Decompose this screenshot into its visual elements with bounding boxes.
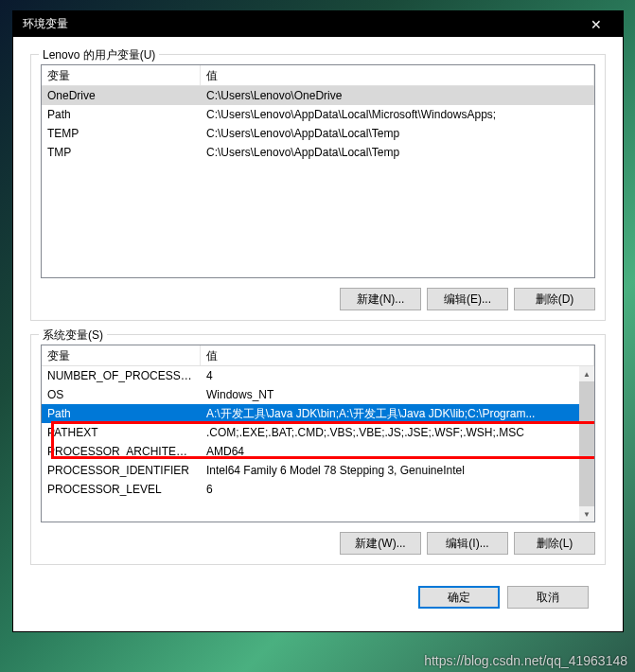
watermark: https://blog.csdn.net/qq_41963148: [424, 653, 627, 668]
var-value-cell: AMD64: [201, 443, 594, 460]
table-row[interactable]: PATHEXT.COM;.EXE;.BAT;.CMD;.VBS;.VBE;.JS…: [42, 423, 594, 442]
scroll-up-icon[interactable]: ▲: [579, 366, 594, 381]
var-value-cell: C:\Users\Lenovo\AppData\Local\Microsoft\…: [201, 106, 594, 123]
table-row[interactable]: TMPC:\Users\Lenovo\AppData\Local\Temp: [42, 143, 594, 162]
user-edit-button[interactable]: 编辑(E)...: [427, 288, 508, 310]
user-vars-legend: Lenovo 的用户变量(U): [39, 47, 159, 63]
var-value-cell: 6: [201, 481, 594, 498]
var-name-cell: TEMP: [42, 125, 201, 142]
dialog-footer: 确定 取消: [30, 578, 606, 622]
var-name-cell: PROCESSOR_IDENTIFIER: [42, 462, 201, 479]
close-icon[interactable]: ✕: [577, 12, 615, 37]
var-value-cell: Intel64 Family 6 Model 78 Stepping 3, Ge…: [201, 462, 594, 479]
var-value-cell: A:\开发工具\Java JDK\bin;A:\开发工具\Java JDK\li…: [201, 404, 594, 424]
var-name-cell: Path: [42, 405, 201, 422]
table-row[interactable]: OneDriveC:\Users\Lenovo\OneDrive: [42, 86, 594, 105]
col-variable[interactable]: 变量: [42, 65, 201, 85]
table-row[interactable]: TEMPC:\Users\Lenovo\AppData\Local\Temp: [42, 124, 594, 143]
var-name-cell: OneDrive: [42, 87, 201, 104]
sys-edit-button[interactable]: 编辑(I)...: [427, 532, 508, 555]
user-new-button[interactable]: 新建(N)...: [340, 288, 421, 310]
var-value-cell: C:\Users\Lenovo\AppData\Local\Temp: [201, 144, 594, 161]
sys-delete-button[interactable]: 删除(L): [514, 532, 595, 555]
table-row[interactable]: PROCESSOR_LEVEL6: [42, 480, 594, 499]
list-header: 变量 值: [42, 345, 594, 366]
table-row[interactable]: PROCESSOR_IDENTIFIERIntel64 Family 6 Mod…: [42, 461, 594, 480]
window-title: 环境变量: [23, 16, 577, 32]
var-value-cell: Windows_NT: [201, 386, 594, 403]
table-row[interactable]: NUMBER_OF_PROCESSORS4: [42, 366, 594, 385]
var-name-cell: NUMBER_OF_PROCESSORS: [42, 367, 201, 384]
scrollbar[interactable]: ▲ ▼: [579, 366, 594, 522]
titlebar[interactable]: 环境变量 ✕: [13, 11, 623, 37]
var-name-cell: Path: [42, 106, 201, 123]
list-header: 变量 值: [42, 65, 594, 86]
system-vars-buttons: 新建(W)... 编辑(I)... 删除(L): [41, 532, 595, 555]
var-name-cell: PROCESSOR_LEVEL: [42, 481, 201, 498]
ok-button[interactable]: 确定: [418, 586, 500, 609]
scroll-thumb[interactable]: [579, 381, 594, 506]
var-name-cell: TMP: [42, 144, 201, 161]
system-vars-list[interactable]: 变量 值 NUMBER_OF_PROCESSORS4OSWindows_NTPa…: [41, 345, 595, 522]
var-value-cell: C:\Users\Lenovo\AppData\Local\Temp: [201, 125, 594, 142]
table-row[interactable]: PathA:\开发工具\Java JDK\bin;A:\开发工具\Java JD…: [42, 404, 594, 423]
table-row[interactable]: PROCESSOR_ARCHITECT...AMD64: [42, 442, 594, 461]
var-name-cell: PATHEXT: [42, 424, 201, 441]
user-vars-group: Lenovo 的用户变量(U) 变量 值 OneDriveC:\Users\Le…: [30, 54, 606, 321]
var-value-cell: 4: [201, 367, 594, 384]
var-value-cell: .COM;.EXE;.BAT;.CMD;.VBS;.VBE;.JS;.JSE;.…: [201, 424, 594, 441]
user-delete-button[interactable]: 删除(D): [514, 288, 595, 310]
cancel-button[interactable]: 取消: [507, 586, 589, 609]
sys-new-button[interactable]: 新建(W)...: [340, 532, 421, 555]
col-value[interactable]: 值: [201, 345, 594, 365]
environment-variables-dialog: 环境变量 ✕ Lenovo 的用户变量(U) 变量 值 OneDriveC:\U…: [12, 10, 624, 632]
col-value[interactable]: 值: [201, 65, 594, 85]
user-vars-buttons: 新建(N)... 编辑(E)... 删除(D): [41, 288, 595, 310]
scroll-down-icon[interactable]: ▼: [579, 506, 594, 522]
dialog-body: Lenovo 的用户变量(U) 变量 值 OneDriveC:\Users\Le…: [13, 37, 623, 631]
col-variable[interactable]: 变量: [42, 345, 201, 365]
table-row[interactable]: OSWindows_NT: [42, 385, 594, 404]
var-name-cell: PROCESSOR_ARCHITECT...: [42, 443, 201, 460]
system-vars-group: 系统变量(S) 变量 值 NUMBER_OF_PROCESSORS4OSWind…: [30, 334, 606, 565]
system-vars-legend: 系统变量(S): [39, 327, 107, 344]
var-name-cell: OS: [42, 386, 201, 403]
table-row[interactable]: PathC:\Users\Lenovo\AppData\Local\Micros…: [42, 105, 594, 124]
user-vars-list[interactable]: 变量 值 OneDriveC:\Users\Lenovo\OneDrivePat…: [41, 64, 595, 278]
var-value-cell: C:\Users\Lenovo\OneDrive: [201, 87, 594, 104]
